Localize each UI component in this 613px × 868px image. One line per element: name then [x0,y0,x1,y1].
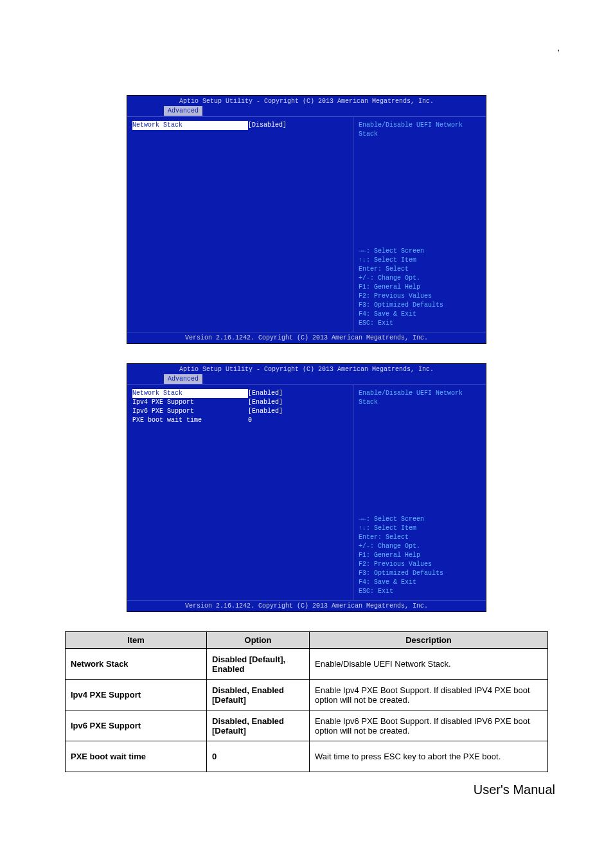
help-text: Enable/Disable UEFI Network Stack [359,121,481,139]
setting-row-network-stack[interactable]: Network Stack [Enabled] [132,389,348,398]
bios-tab-advanced[interactable]: Advanced [164,106,202,116]
setting-value: [Enabled] [248,398,283,407]
key-line: F4: Save & Exit [359,310,481,319]
key-line: F1: General Help [359,551,481,560]
key-line: ESC: Exit [359,587,481,596]
key-line: →←: Select Screen [359,515,481,524]
key-help: →←: Select Screen ↑↓: Select Item Enter:… [359,515,481,596]
setting-label: Network Stack [132,121,248,130]
table-row: PXE boot wait time 0 Wait time to press … [66,741,548,772]
bios-right-pane: Enable/Disable UEFI Network Stack →←: Se… [353,117,486,332]
bios-tab-advanced[interactable]: Advanced [164,374,202,384]
key-line: ↑↓: Select Item [359,524,481,533]
cell-desc: Enable Ipv4 PXE Boot Support. If disable… [310,680,548,710]
key-line: F2: Previous Values [359,292,481,301]
setting-label: Ipv4 PXE Support [132,398,248,407]
cell-desc: Enable/Disable UEFI Network Stack. [310,649,548,680]
bios-footer: Version 2.16.1242. Copyright (C) 2013 Am… [127,601,486,611]
key-line: F2: Previous Values [359,560,481,569]
setting-label: Ipv6 PXE Support [132,407,248,416]
key-line: ESC: Exit [359,319,481,328]
cell-option: Disabled [Default], Enabled [207,649,310,680]
key-line: Enter: Select [359,265,481,274]
bios-body: Network Stack [Disabled] Enable/Disable … [127,116,486,332]
table-row: Ipv4 PXE Support Disabled, Enabled [Defa… [66,680,548,710]
setting-row-ipv4-pxe[interactable]: Ipv4 PXE Support [Enabled] [132,398,348,407]
page-header-apostrophe: , [558,44,560,53]
key-line: F4: Save & Exit [359,578,481,587]
cell-option: Disabled, Enabled [Default] [207,710,310,741]
th-item: Item [66,632,207,649]
th-option: Option [207,632,310,649]
bios-left-pane: Network Stack [Disabled] [127,117,353,332]
setting-label: PXE boot wait time [132,416,248,425]
page-footer: User's Manual [0,772,613,797]
setting-value: [Disabled] [248,121,287,130]
key-line: →←: Select Screen [359,247,481,256]
setting-label: Network Stack [132,389,248,398]
help-text: Enable/Disable UEFI Network Stack [359,389,481,407]
setting-value: 0 [248,416,252,425]
key-line: F3: Optimized Defaults [359,301,481,310]
table-row: Network Stack Disabled [Default], Enable… [66,649,548,680]
key-line: ↑↓: Select Item [359,256,481,265]
cell-item: Ipv4 PXE Support [66,680,207,710]
bios-right-pane: Enable/Disable UEFI Network Stack →←: Se… [353,385,486,600]
setting-value: [Enabled] [248,389,283,398]
bios-screenshot-1: Aptio Setup Utility - Copyright (C) 2013… [127,95,486,344]
key-line: F1: General Help [359,283,481,292]
setting-row-ipv6-pxe[interactable]: Ipv6 PXE Support [Enabled] [132,407,348,416]
bios-body: Network Stack [Enabled] Ipv4 PXE Support… [127,384,486,601]
key-line: +/-: Change Opt. [359,274,481,283]
bios-left-pane: Network Stack [Enabled] Ipv4 PXE Support… [127,385,353,600]
cell-desc: Wait time to press ESC key to abort the … [310,741,548,772]
cell-desc: Enable Ipv6 PXE Boot Support. If disable… [310,710,548,741]
cell-option: Disabled, Enabled [Default] [207,680,310,710]
table-row: Ipv6 PXE Support Disabled, Enabled [Defa… [66,710,548,741]
key-line: F3: Optimized Defaults [359,569,481,578]
cell-item: Ipv6 PXE Support [66,710,207,741]
key-line: Enter: Select [359,533,481,542]
th-description: Description [310,632,548,649]
cell-item: Network Stack [66,649,207,680]
key-help: →←: Select Screen ↑↓: Select Item Enter:… [359,247,481,328]
options-table: Item Option Description Network Stack Di… [65,631,548,772]
setting-row-network-stack[interactable]: Network Stack [Disabled] [132,121,348,130]
setting-value: [Enabled] [248,407,283,416]
cell-item: PXE boot wait time [66,741,207,772]
key-line: +/-: Change Opt. [359,542,481,551]
bios-footer: Version 2.16.1242. Copyright (C) 2013 Am… [127,332,486,343]
cell-option: 0 [207,741,310,772]
setting-row-pxe-wait[interactable]: PXE boot wait time 0 [132,416,348,425]
table-header-row: Item Option Description [66,632,548,649]
bios-screenshot-2: Aptio Setup Utility - Copyright (C) 2013… [127,363,486,612]
